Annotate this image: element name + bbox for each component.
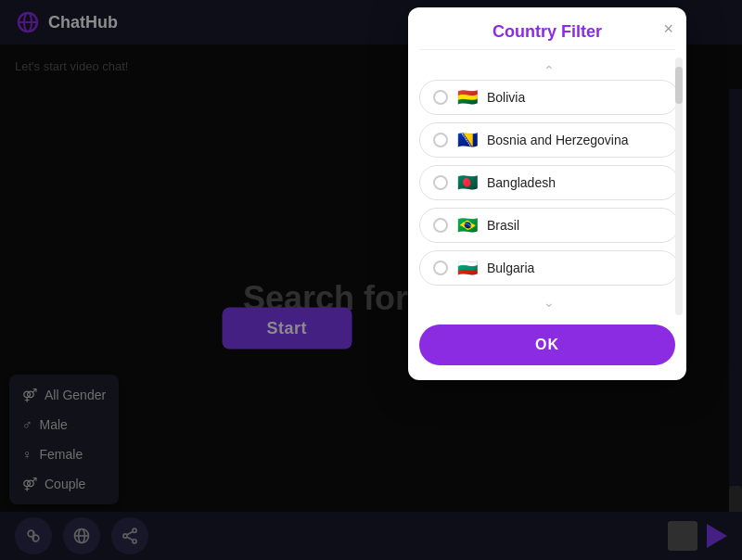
ok-button[interactable]: OK: [419, 325, 675, 365]
country-option-2[interactable]: 🇧🇩 Bangladesh: [419, 165, 679, 200]
country-name-2: Bangladesh: [487, 175, 556, 190]
modal-title: Country Filter: [493, 22, 602, 42]
scroll-up-chevron[interactable]: ⌃: [419, 61, 679, 80]
country-filter-modal: Country Filter × ⌃ 🇧🇴 Bolivia 🇧🇦 Bosnia …: [408, 7, 686, 380]
radio-3: [433, 218, 448, 233]
modal-header: Country Filter ×: [408, 7, 686, 49]
flag-3: 🇧🇷: [457, 217, 478, 234]
flag-0: 🇧🇴: [457, 89, 478, 106]
modal-close-button[interactable]: ×: [663, 20, 673, 37]
modal-scrollbar-thumb: [675, 67, 683, 104]
radio-1: [433, 133, 448, 147]
radio-4: [433, 261, 448, 275]
country-name-4: Bulgaria: [487, 261, 534, 275]
country-option-4[interactable]: 🇧🇬 Bulgaria: [419, 250, 679, 286]
country-option-0[interactable]: 🇧🇴 Bolivia: [419, 80, 679, 115]
flag-4: 🇧🇬: [457, 260, 478, 276]
country-name-0: Bolivia: [487, 90, 525, 105]
radio-2: [433, 175, 448, 190]
modal-scrollbar: [675, 57, 683, 315]
country-list: 🇧🇴 Bolivia 🇧🇦 Bosnia and Herzegovina 🇧🇩 …: [419, 80, 679, 286]
country-name-1: Bosnia and Herzegovina: [487, 133, 629, 147]
country-list-area: ⌃ 🇧🇴 Bolivia 🇧🇦 Bosnia and Herzegovina 🇧…: [408, 57, 686, 315]
flag-1: 🇧🇦: [457, 132, 478, 148]
modal-separator: [419, 49, 675, 50]
radio-0: [433, 90, 448, 105]
scroll-down-chevron[interactable]: ⌄: [419, 293, 679, 312]
country-option-1[interactable]: 🇧🇦 Bosnia and Herzegovina: [419, 122, 679, 158]
country-option-3[interactable]: 🇧🇷 Brasil: [419, 208, 679, 243]
flag-2: 🇧🇩: [457, 174, 478, 191]
country-name-3: Brasil: [487, 218, 519, 233]
